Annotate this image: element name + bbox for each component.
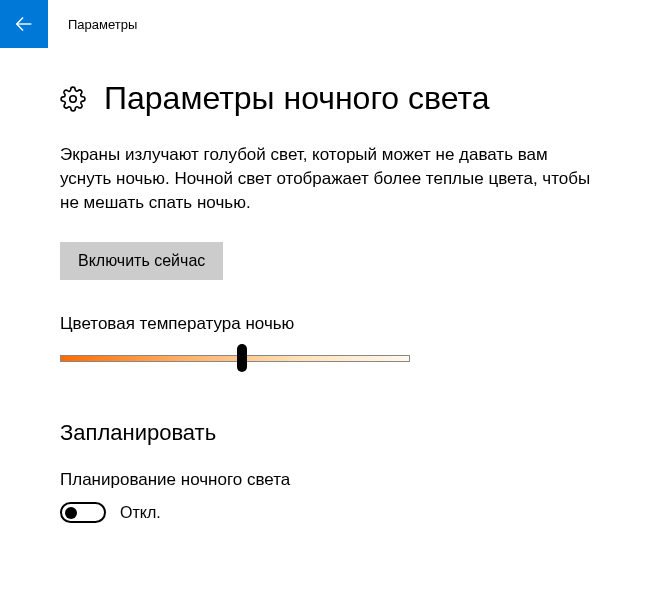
- temperature-slider[interactable]: [60, 346, 410, 370]
- schedule-heading: Запланировать: [60, 420, 609, 446]
- schedule-label: Планирование ночного света: [60, 470, 609, 490]
- gear-icon: [60, 86, 86, 112]
- toggle-knob: [65, 507, 77, 519]
- enable-now-button[interactable]: Включить сейчас: [60, 242, 223, 280]
- back-arrow-icon: [13, 13, 35, 35]
- schedule-toggle-state: Откл.: [120, 504, 161, 522]
- schedule-toggle[interactable]: [60, 502, 106, 523]
- slider-track: [60, 355, 410, 362]
- title-row: Параметры ночного света: [60, 80, 609, 117]
- back-button[interactable]: [0, 0, 48, 48]
- content-area: Параметры ночного света Экраны излучают …: [0, 48, 669, 523]
- slider-thumb[interactable]: [237, 344, 247, 372]
- page-title: Параметры ночного света: [104, 80, 490, 117]
- schedule-toggle-row: Откл.: [60, 502, 609, 523]
- page-description: Экраны излучают голубой свет, который мо…: [60, 143, 600, 214]
- svg-point-1: [70, 95, 77, 102]
- header-title: Параметры: [68, 17, 137, 32]
- window-header: Параметры: [0, 0, 669, 48]
- temperature-label: Цветовая температура ночью: [60, 314, 609, 334]
